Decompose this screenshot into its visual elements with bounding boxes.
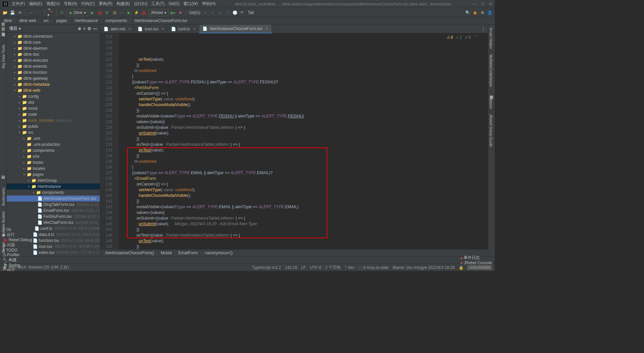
tree-node[interactable]: 📁.umi-production: [7, 141, 100, 147]
thunder-icon[interactable]: ⚡: [134, 10, 140, 16]
tab-menu-icon[interactable]: ⋮: [479, 27, 488, 31]
project-tree[interactable]: ▸📁dlink-connectors▸📁dlink-core▸📁dlink-da…: [7, 33, 100, 256]
tree-node[interactable]: ▾📁components: [7, 190, 100, 196]
status-lock-icon[interactable]: 🔒: [457, 265, 466, 270]
tree-node[interactable]: 📄FeiShuForm.tsx2022/4/6 10:22, 5.61 l: [7, 214, 100, 220]
tree-node[interactable]: ▸📁AlertGroup: [7, 178, 100, 184]
tree-node[interactable]: 📄WeChatForm.tsx2022/4/6 10:22, 7.04: [7, 220, 100, 226]
tab-close-icon[interactable]: ×: [266, 26, 268, 31]
menu-item[interactable]: 文件(F): [10, 1, 27, 6]
tree-node[interactable]: ▸📁e2e: [7, 153, 100, 159]
right-tab-jrebel[interactable]: JRebel Setup Guide: [488, 111, 494, 149]
left-tab-project[interactable]: 项目: [0, 26, 6, 31]
project-hide-icon[interactable]: —: [93, 26, 97, 31]
git-fetch-icon[interactable]: ↗: [224, 10, 230, 16]
tree-node[interactable]: ▸📁dlink-executor: [7, 57, 100, 63]
status-blame[interactable]: Blame: zhu-mingye 2022/4/3 16:29: [390, 265, 457, 270]
editor-tab[interactable]: 📄AlertInstanceChooseForm.tsx×: [199, 25, 272, 33]
bottom-tool[interactable]: ≡TODO: [3, 248, 40, 253]
back-icon[interactable]: ←: [28, 10, 34, 16]
git-undo-icon[interactable]: ↶: [239, 10, 245, 16]
menu-item[interactable]: Git(G): [167, 1, 182, 6]
left-tab-commit[interactable]: 提交: [0, 31, 6, 37]
tree-node[interactable]: ▸📁node: [7, 111, 100, 117]
editor-breadcrumb-item[interactable]: AlertInstanceChooseForm(): [104, 251, 155, 255]
tree-node[interactable]: ▾📁AlertInstance: [7, 184, 100, 190]
bottom-tool[interactable]: ᛘGit: [3, 227, 40, 232]
save-icon[interactable]: 💾: [9, 10, 15, 16]
tree-node[interactable]: ▸📁dlink-daemon: [7, 45, 100, 51]
gear-icon[interactable]: ⚙: [479, 10, 485, 16]
tree-node[interactable]: ▸📁node_moduleslibrary root: [7, 117, 100, 123]
fold-gutter[interactable]: [114, 33, 119, 250]
jrebel-dropdown[interactable]: JRebel▾: [148, 9, 169, 16]
breadcrumb-item[interactable]: pages: [55, 18, 68, 23]
tree-node[interactable]: ▸📁dist: [7, 99, 100, 105]
tree-node[interactable]: ▸📁.umi: [7, 135, 100, 141]
right-tab-maven[interactable]: Maven: [488, 95, 494, 111]
git-push-icon[interactable]: ✓: [210, 10, 216, 16]
tree-node[interactable]: 📄EmailForm.tsx2022/4/6 10:22, 7.19 kl: [7, 208, 100, 214]
menu-item[interactable]: 代码(C): [79, 1, 97, 6]
tree-node[interactable]: ▸📁dlink-connectors: [7, 33, 100, 39]
avatar-icon[interactable]: 👤: [487, 10, 493, 16]
tab-close-icon[interactable]: ×: [128, 27, 131, 31]
tree-node[interactable]: ▸📁dlink-gateway: [7, 75, 100, 81]
project-settings-icon[interactable]: ⚙: [88, 26, 91, 31]
tree-node[interactable]: ▸📁public: [7, 123, 100, 129]
right-tab-helper[interactable]: Smart Helper: [488, 25, 494, 52]
menu-item[interactable]: 窗口(W): [181, 1, 200, 6]
code-editor[interactable]: ⚠8 ✓2 ⤢5 ˆ ˅ onTest(value); }} />:undefi…: [119, 33, 488, 250]
tree-node[interactable]: ▸📁mock: [7, 105, 100, 111]
status-window-icon[interactable]: ▣: [3, 265, 6, 270]
bottom-tool[interactable]: 🔨构建: [3, 257, 40, 263]
line-gutter[interactable]: 1131141151161171181191201211221231241251…: [100, 33, 114, 250]
editor-tab[interactable]: 📄conf.ts×: [168, 25, 199, 33]
tree-node[interactable]: 📄AlertInstanceChooseForm.tsx2022: [7, 196, 100, 202]
tree-node[interactable]: ▸📁locales: [7, 165, 100, 171]
tree-node[interactable]: ▾📁src: [7, 129, 100, 135]
breadcrumb-item[interactable]: src: [42, 18, 50, 23]
stop-icon[interactable]: ■: [177, 10, 183, 16]
profile-icon[interactable]: ◷: [112, 10, 118, 16]
breadcrumb-item[interactable]: dlink-web: [18, 18, 37, 23]
project-collapse-icon[interactable]: ≡: [83, 26, 86, 31]
search-icon[interactable]: 🔍: [465, 10, 471, 16]
project-target-icon[interactable]: ⊕: [78, 26, 81, 31]
breadcrumb-item[interactable]: AlertInstanceChooseForm.tsx: [134, 18, 188, 23]
tree-node[interactable]: ▸📁hooks: [7, 159, 100, 165]
coverage-icon[interactable]: ⛨: [104, 10, 110, 16]
tree-node[interactable]: ▸📁dlink-doc: [7, 51, 100, 57]
tab-close-icon[interactable]: ×: [162, 27, 164, 31]
bottom-tool-right[interactable]: ● 事件日志: [460, 255, 492, 261]
bottom-tool[interactable]: ◷Profiler: [3, 253, 40, 257]
debug-icon[interactable]: 🐞: [97, 10, 103, 16]
right-tab-mybatis[interactable]: MyBatisCodeHelper: [488, 52, 494, 90]
bottom-tool[interactable]: 🐞Rebel Debug: [3, 238, 40, 242]
tab-close-icon[interactable]: ×: [193, 27, 195, 31]
menu-item[interactable]: 运行(U): [132, 1, 150, 6]
left-tab-bookmarks[interactable]: Bookmarks: [1, 185, 6, 209]
tree-node[interactable]: ▸📁dlink-extends: [7, 63, 100, 69]
refresh-icon[interactable]: ↻: [59, 10, 65, 16]
editor-tab[interactable]: 📄alert.md×: [100, 25, 134, 33]
git-pull-icon[interactable]: ↙: [217, 10, 223, 16]
status-enc[interactable]: UTF-8: [308, 265, 323, 270]
editor-tab[interactable]: 📄icon.tsx×: [134, 25, 168, 33]
status-lang[interactable]: TypeScript 4.6.2: [250, 265, 283, 270]
menu-item[interactable]: 帮助(H): [200, 1, 218, 6]
minimize-icon[interactable]: —: [473, 2, 476, 6]
left-tab-pr[interactable]: 拉取请求: [0, 37, 6, 42]
status-pos[interactable]: 142:29: [283, 265, 299, 270]
status-memory[interactable]: 1435/4096M: [467, 265, 492, 270]
open-icon[interactable]: 📂: [2, 10, 8, 16]
menu-item[interactable]: 编辑(E): [27, 1, 44, 6]
right-tab-db[interactable]: 数据库: [488, 90, 495, 95]
tree-node[interactable]: ▸📁dlink-core: [7, 39, 100, 45]
menu-item[interactable]: 工具(T): [149, 1, 166, 6]
dotted-icon[interactable]: ⋯: [119, 10, 125, 16]
tree-node[interactable]: ▾📁pages: [7, 171, 100, 178]
notif-icon[interactable]: ◉: [472, 10, 478, 16]
inspection-widget[interactable]: ⚠8 ✓2 ⤢5 ˆ ˅: [447, 35, 478, 40]
left-tab-mybatis[interactable]: MyBatis Builder: [1, 209, 6, 239]
